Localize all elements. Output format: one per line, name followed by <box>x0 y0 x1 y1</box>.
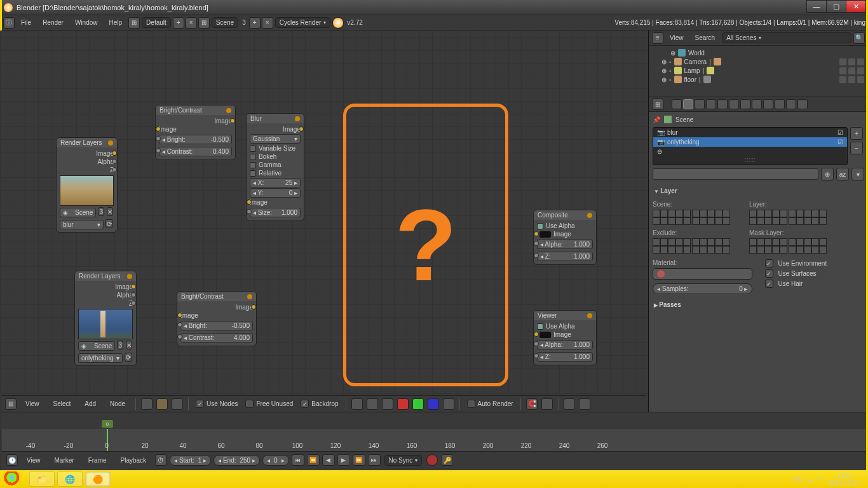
tray-flag-icon[interactable]: 🏳 <box>817 476 823 483</box>
keyframe-prev-button[interactable]: ⏪ <box>307 454 320 466</box>
minimize-button[interactable]: — <box>806 0 827 13</box>
sync-dropdown[interactable]: No Sync▾ <box>384 455 423 466</box>
scene-select-2[interactable]: ◈Scene <box>78 341 115 351</box>
comp-z[interactable]: ◂ Z:1.000 <box>537 252 593 261</box>
nodebar-node[interactable]: Node <box>105 399 130 409</box>
range-icon[interactable]: ⏱ <box>155 454 166 466</box>
use-nodes-check[interactable]: Use Nodes <box>196 400 238 408</box>
jump-end-button[interactable]: ⏭ <box>368 454 381 466</box>
node-composite[interactable]: Composite Use Alpha Image ◂ Alpha:1.000 … <box>533 210 597 265</box>
list-item[interactable]: 📷blur☑ <box>653 128 847 137</box>
tree-type-texture-icon[interactable] <box>172 398 183 410</box>
layer-select[interactable]: blur▾ <box>60 220 104 229</box>
contrast-field-2[interactable]: ◂ Contrast:4.000 <box>180 333 253 342</box>
tray-lang[interactable]: HU <box>794 476 803 483</box>
blur-x[interactable]: ◂ X:25 ▸ <box>250 178 301 187</box>
bright-field-2[interactable]: ◂ Bright:-0.500 <box>180 321 253 330</box>
tl-view[interactable]: View <box>22 456 46 465</box>
blur-y[interactable]: ◂ Y:0 ▸ <box>250 188 301 198</box>
nodebar-view[interactable]: View <box>20 399 44 409</box>
timeline-ruler: -40-200 204060 80100120 140160180 200220… <box>2 442 866 451</box>
system-tray[interactable]: HU ▴🏳 11:17 2014.12.27. <box>794 472 865 486</box>
view-z[interactable]: ◂ Z:1.000 <box>537 352 593 362</box>
bright-field[interactable]: ◂ Bright:-0.500 <box>159 135 232 144</box>
backdrop-check[interactable]: Backdrop <box>301 400 338 408</box>
task-explorer-icon[interactable]: 📁 <box>29 471 55 487</box>
remove-layer-button[interactable]: − <box>850 142 863 154</box>
play-reverse-button[interactable]: ◀ <box>322 454 335 466</box>
contrast-field[interactable]: ◂ Contrast:0.400 <box>159 147 232 156</box>
current-frame-marker[interactable]: 0 <box>102 420 113 428</box>
layer-select-2[interactable]: onlytheking▾ <box>78 353 123 363</box>
snap-icon[interactable]: 🧲 <box>526 398 538 410</box>
keyframe-next-button[interactable]: ⏩ <box>353 454 365 466</box>
annotation-question-box: ? <box>343 104 508 386</box>
node-render-layers-1[interactable]: Render Layers Image Alpha Z ◈Scene3✕ blu… <box>56 137 118 233</box>
refresh-icon-2[interactable]: ⟳ <box>125 353 132 362</box>
nodebar-add[interactable]: Add <box>79 399 101 409</box>
auto-render-check[interactable]: Auto Render <box>467 400 513 408</box>
channel-rgb-icon[interactable] <box>367 398 378 410</box>
copy-nodes-icon[interactable] <box>564 398 575 410</box>
num-icon-2[interactable]: 3 <box>117 341 123 349</box>
refresh-icon[interactable]: ⟳ <box>105 219 113 228</box>
node-render-layers-2[interactable]: Render Layers Image Alpha Z ◈Scene3✕ onl… <box>74 271 137 366</box>
render-thumb-2 <box>78 309 133 339</box>
free-unused-check[interactable]: Free Unused <box>245 400 293 408</box>
node-editor-header: ⊞ View Select Add Node Use Nodes Free Un… <box>2 395 646 412</box>
tl-frame[interactable]: Frame <box>83 456 112 465</box>
channel-b-icon[interactable] <box>428 398 439 410</box>
maximize-button[interactable]: ▢ <box>826 0 846 13</box>
channel-r-icon[interactable] <box>397 398 409 410</box>
close-button[interactable]: ✕ <box>846 0 866 13</box>
channel-rgba-icon[interactable] <box>351 398 363 410</box>
node-bright-contrast-2[interactable]: Bright/Contrast Image Image ◂ Bright:-0.… <box>177 291 257 346</box>
timeline-strip[interactable]: 0 -40-200 204060 80100120 140160180 2002… <box>2 429 866 452</box>
num-icon[interactable]: 3 <box>98 207 104 216</box>
tl-marker[interactable]: Marker <box>50 456 79 465</box>
node-bright-contrast-1[interactable]: Bright/Contrast Image Image ◂ Bright:-0.… <box>155 105 236 160</box>
tray-time[interactable]: 11:17 <box>828 472 862 479</box>
tray-date[interactable]: 2014.12.27. <box>828 479 862 486</box>
unlink-icon-2[interactable]: ✕ <box>126 341 132 349</box>
play-button[interactable]: ▶ <box>337 454 350 466</box>
jump-start-button[interactable]: ⏮ <box>292 454 304 466</box>
tl-playback[interactable]: Playback <box>116 456 152 465</box>
channel-g-icon[interactable] <box>412 398 424 410</box>
current-frame[interactable]: ◂0▸ <box>262 455 289 466</box>
keying-set-icon[interactable]: 🔑 <box>442 454 453 466</box>
view-alpha[interactable]: ◂ Alpha:1.000 <box>537 340 593 349</box>
list-item[interactable]: 📷onlytheking☑ <box>653 137 847 147</box>
start-frame[interactable]: ◂ Start:1 ▸ <box>170 455 211 466</box>
render-layers-list[interactable]: 📷blur☑ 📷onlytheking☑ ⊖ :::::: <box>653 127 848 165</box>
timeline-header: 🕐 View Marker Frame Playback ⏱ ◂ Start:1… <box>2 452 866 468</box>
render-thumb-1 <box>60 175 114 206</box>
task-blender-icon[interactable]: 🟠 <box>85 471 111 487</box>
tree-type-shader-icon[interactable] <box>141 398 153 410</box>
add-layer-button[interactable]: + <box>850 127 863 140</box>
snap-type-icon[interactable] <box>541 398 553 410</box>
channel-z-icon[interactable] <box>443 398 454 410</box>
start-button[interactable] <box>3 471 25 487</box>
timeline-editor: 0 -40-200 204060 80100120 140160180 2002… <box>2 412 866 470</box>
blur-size[interactable]: ◂ Size:1.000 <box>250 208 301 217</box>
node-viewer[interactable]: Viewer Use Alpha Image ◂ Alpha:1.000 ◂ Z… <box>533 310 597 365</box>
nodebar-select[interactable]: Select <box>48 399 76 409</box>
unlink-icon[interactable]: ✕ <box>107 207 113 216</box>
timeline-editor-icon[interactable]: 🕐 <box>6 454 18 466</box>
comp-alpha[interactable]: ◂ Alpha:1.000 <box>537 240 593 249</box>
node-blur[interactable]: Blur Image Gaussian▾ Variable Size Bokeh… <box>246 113 304 221</box>
end-frame[interactable]: ◂ End:250 ▸ <box>214 455 260 466</box>
list-item-collapse[interactable]: ⊖ <box>653 147 847 156</box>
channel-alpha-icon[interactable] <box>382 398 393 410</box>
record-button[interactable] <box>426 454 438 466</box>
scene-select[interactable]: ◈Scene <box>60 208 96 217</box>
paste-nodes-icon[interactable] <box>579 398 590 410</box>
blur-type[interactable]: Gaussian▾ <box>250 134 301 144</box>
node-editor-icon[interactable]: ⊞ <box>5 398 17 410</box>
windows-taskbar: 📁 🌐 🟠 HU ▴🏳 11:17 2014.12.27. <box>0 470 868 488</box>
task-chrome-icon[interactable]: 🌐 <box>57 471 83 487</box>
tree-type-compositing-icon[interactable] <box>156 398 168 410</box>
